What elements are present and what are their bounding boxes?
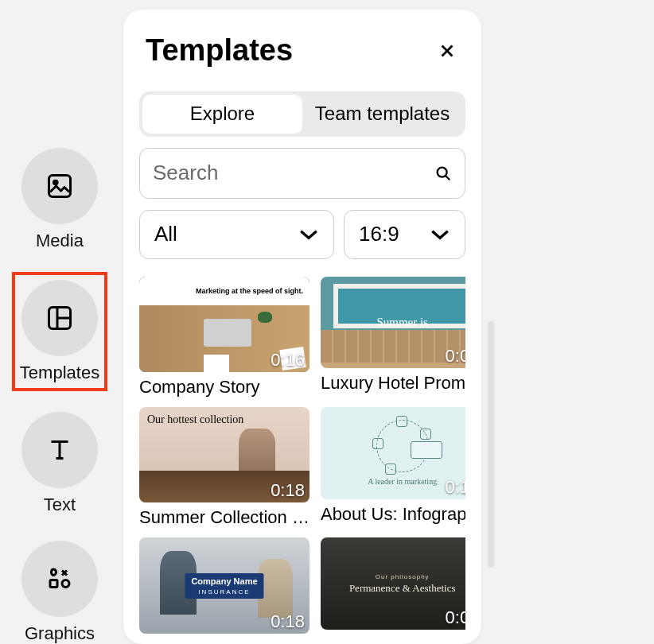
sidebar-label: Media xyxy=(36,231,84,251)
filter-ratio[interactable]: 16:9 xyxy=(344,210,465,259)
template-card[interactable]: Our philosophy Permanence & Aesthetics 0… xyxy=(321,537,465,633)
thumbnail: Our philosophy Permanence & Aesthetics 0… xyxy=(321,537,465,630)
filter-category-value: All xyxy=(154,222,177,246)
thumbnail: A leader in marketing 0:17 xyxy=(321,407,465,499)
panel-title: Templates xyxy=(146,33,293,68)
templates-grid: Marketing at the speed of sight. 0:16 Co… xyxy=(139,277,465,634)
text-icon xyxy=(21,412,98,488)
search-icon xyxy=(434,165,452,182)
scrollbar[interactable] xyxy=(488,321,494,568)
duration-badge: 0:18 xyxy=(271,480,305,501)
template-card[interactable]: Summer is 0:09 Luxury Hotel Promo xyxy=(321,277,465,398)
chevron-down-icon xyxy=(298,228,319,241)
sidebar-item-templates[interactable]: Templates xyxy=(12,272,107,391)
chevron-down-icon xyxy=(430,228,450,241)
template-card[interactable]: Company NameINSURANCE 0:18 xyxy=(139,537,309,633)
tabs: Explore Team templates xyxy=(139,91,465,137)
card-title: Summer Collection … xyxy=(139,507,309,528)
card-title: Luxury Hotel Promo xyxy=(321,373,465,394)
duration-badge: 0:09 xyxy=(446,346,465,367)
thumbnail: Marketing at the speed of sight. 0:16 xyxy=(139,277,309,372)
sidebar-item-text[interactable]: Text xyxy=(17,407,103,520)
sidebar: Media Templates Text Graphics xyxy=(0,143,119,644)
close-button[interactable] xyxy=(435,39,459,63)
duration-badge: 0:16 xyxy=(271,350,305,370)
duration-badge: 0:17 xyxy=(446,477,465,498)
template-card[interactable]: Marketing at the speed of sight. 0:16 Co… xyxy=(139,277,309,398)
graphics-icon xyxy=(21,541,98,617)
svg-point-9 xyxy=(438,167,447,177)
templates-icon xyxy=(21,280,98,356)
svg-point-1 xyxy=(54,180,58,184)
tab-explore[interactable]: Explore xyxy=(142,95,302,134)
duration-badge: 0:08 xyxy=(446,607,465,628)
filter-ratio-value: 16:9 xyxy=(359,222,399,246)
svg-rect-5 xyxy=(50,580,57,588)
templates-panel: Templates Explore Team templates All 16:… xyxy=(123,10,481,644)
close-icon xyxy=(438,42,456,60)
search-input[interactable] xyxy=(153,161,434,185)
tab-team-templates[interactable]: Team templates xyxy=(302,95,462,134)
search-field[interactable] xyxy=(139,148,465,199)
sidebar-item-graphics[interactable]: Graphics xyxy=(17,536,103,644)
sidebar-item-media[interactable]: Media xyxy=(17,143,103,256)
svg-line-10 xyxy=(446,176,450,180)
card-title: About Us: Infograp… xyxy=(321,504,465,525)
card-title: Company Story xyxy=(139,377,309,398)
thumbnail: Our hottest collection 0:18 xyxy=(139,407,309,502)
template-card[interactable]: A leader in marketing 0:17 About Us: Inf… xyxy=(321,407,465,528)
sidebar-label: Templates xyxy=(20,363,99,383)
thumbnail: Company NameINSURANCE 0:18 xyxy=(139,537,309,633)
template-card[interactable]: Our hottest collection 0:18 Summer Colle… xyxy=(139,407,309,528)
sidebar-label: Text xyxy=(44,495,76,515)
duration-badge: 0:18 xyxy=(271,611,305,632)
svg-rect-0 xyxy=(49,176,71,197)
thumbnail: Summer is 0:09 xyxy=(321,277,465,369)
media-icon xyxy=(21,148,98,224)
filter-category[interactable]: All xyxy=(139,210,334,259)
svg-point-6 xyxy=(62,580,69,588)
sidebar-label: Graphics xyxy=(25,623,95,644)
